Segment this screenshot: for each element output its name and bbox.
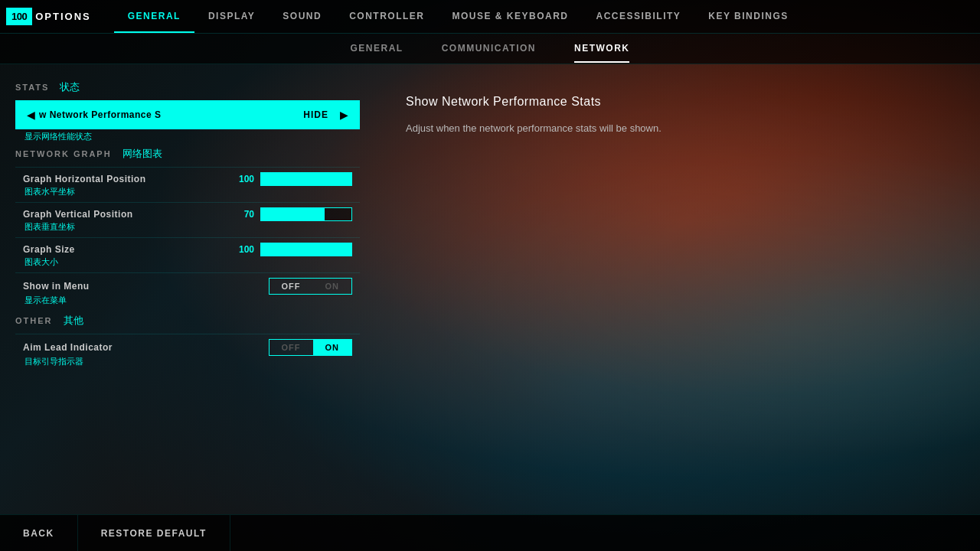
other-label-en: OTHER bbox=[15, 316, 53, 325]
stats-label-en: STATS bbox=[15, 83, 49, 92]
aim-lead-zh: 目标引导指示器 bbox=[15, 356, 360, 367]
aim-lead-off[interactable]: OFF bbox=[270, 340, 313, 355]
aim-lead-block: Aim Lead Indicator OFF ON 目标引导指示器 bbox=[15, 334, 360, 367]
logo-badge: 100 bbox=[6, 8, 32, 25]
tab-controller[interactable]: CONTROLLER bbox=[335, 0, 438, 33]
show-in-menu-row: Show in Menu OFF ON bbox=[15, 272, 360, 295]
prev-arrow-icon[interactable]: ◀ bbox=[23, 109, 39, 121]
network-perf-row[interactable]: ◀ w Network Performance S HIDE ▶ bbox=[15, 100, 360, 129]
graph-vertical-zh: 图表垂直坐标 bbox=[15, 221, 360, 233]
graph-size-row: Graph Size 100 bbox=[15, 237, 360, 256]
graph-vertical-row: Graph Vertical Position 70 bbox=[15, 202, 360, 221]
graph-vertical-fill bbox=[261, 208, 325, 220]
graph-horizontal-fill bbox=[261, 173, 351, 185]
network-graph-label-en: NETWORK GRAPH bbox=[15, 149, 112, 158]
aim-lead-row: Aim Lead Indicator OFF ON bbox=[15, 334, 360, 356]
show-in-menu-on[interactable]: ON bbox=[313, 279, 352, 294]
logo-title: OPTIONS bbox=[35, 11, 91, 22]
tab-mouse-keyboard[interactable]: MOUSE & KEYBOARD bbox=[438, 0, 582, 33]
sub-nav: GENERAL COMMUNICATION NETWORK bbox=[0, 34, 980, 64]
main-nav-tabs: GENERAL DISPLAY SOUND CONTROLLER MOUSE &… bbox=[114, 0, 802, 33]
graph-vertical-slider[interactable] bbox=[260, 207, 352, 221]
show-in-menu-label: Show in Menu bbox=[23, 281, 269, 292]
graph-size-fill bbox=[261, 243, 351, 256]
show-in-menu-zh: 显示在菜单 bbox=[15, 295, 360, 306]
graph-vertical-value: 70 bbox=[231, 209, 254, 220]
tab-sound[interactable]: SOUND bbox=[269, 0, 335, 33]
top-nav: 100 OPTIONS GENERAL DISPLAY SOUND CONTRO… bbox=[0, 0, 980, 34]
desc-title: Show Network Performance Stats bbox=[406, 95, 949, 109]
graph-horizontal-slider[interactable] bbox=[260, 172, 352, 186]
restore-default-button[interactable]: RESTORE DEFAULT bbox=[78, 515, 230, 551]
next-arrow-icon[interactable]: ▶ bbox=[336, 109, 352, 121]
graph-horizontal-block: Graph Horizontal Position 100 图表水平坐标 bbox=[15, 167, 360, 197]
tab-display[interactable]: DISPLAY bbox=[194, 0, 269, 33]
aim-lead-label: Aim Lead Indicator bbox=[23, 342, 269, 353]
left-panel: STATS 状态 ◀ w Network Performance S HIDE … bbox=[0, 64, 375, 514]
show-in-menu-off[interactable]: OFF bbox=[270, 279, 313, 294]
aim-lead-toggle: OFF ON bbox=[269, 339, 353, 356]
graph-size-zh: 图表大小 bbox=[15, 256, 360, 268]
graph-size-slider[interactable] bbox=[260, 243, 352, 256]
sub-tab-communication[interactable]: COMMUNICATION bbox=[442, 35, 536, 63]
tab-accessibility[interactable]: ACCESSIBILITY bbox=[582, 0, 694, 33]
back-button[interactable]: BACK bbox=[0, 515, 78, 551]
sub-tab-network[interactable]: NETWORK bbox=[574, 35, 630, 63]
stats-label-zh: 状态 bbox=[60, 80, 80, 94]
sub-tab-general[interactable]: GENERAL bbox=[351, 35, 403, 63]
bottom-bar: BACK RESTORE DEFAULT bbox=[0, 514, 980, 551]
graph-vertical-block: Graph Vertical Position 70 图表垂直坐标 bbox=[15, 202, 360, 233]
aim-lead-on[interactable]: ON bbox=[313, 340, 352, 355]
other-section-header: OTHER 其他 bbox=[15, 314, 360, 328]
tab-key-bindings[interactable]: KEY BINDINGS bbox=[694, 0, 802, 33]
network-perf-value: HIDE bbox=[303, 109, 328, 120]
show-in-menu-toggle: OFF ON bbox=[269, 278, 353, 295]
network-perf-zh: 显示网络性能状态 bbox=[15, 131, 360, 142]
graph-horizontal-row: Graph Horizontal Position 100 bbox=[15, 167, 360, 186]
desc-body: Adjust when the network performance stat… bbox=[406, 121, 949, 137]
graph-horizontal-label: Graph Horizontal Position bbox=[23, 174, 231, 184]
graph-horizontal-zh: 图表水平坐标 bbox=[15, 186, 360, 197]
tab-general[interactable]: GENERAL bbox=[114, 0, 194, 33]
main-content: STATS 状态 ◀ w Network Performance S HIDE … bbox=[0, 64, 980, 514]
graph-horizontal-value: 100 bbox=[231, 174, 254, 184]
graph-size-label: Graph Size bbox=[23, 244, 231, 255]
network-graph-section-header: NETWORK GRAPH 网络图表 bbox=[15, 147, 360, 161]
graph-size-block: Graph Size 100 图表大小 bbox=[15, 237, 360, 268]
graph-vertical-label: Graph Vertical Position bbox=[23, 209, 231, 220]
other-label-zh: 其他 bbox=[64, 314, 83, 328]
network-graph-label-zh: 网络图表 bbox=[122, 147, 162, 161]
right-panel: Show Network Performance Stats Adjust wh… bbox=[375, 64, 980, 514]
stats-section-header: STATS 状态 bbox=[15, 80, 360, 94]
show-in-menu-block: Show in Menu OFF ON 显示在菜单 bbox=[15, 272, 360, 306]
graph-size-value: 100 bbox=[231, 244, 254, 255]
network-perf-name: w Network Performance S bbox=[39, 109, 296, 120]
